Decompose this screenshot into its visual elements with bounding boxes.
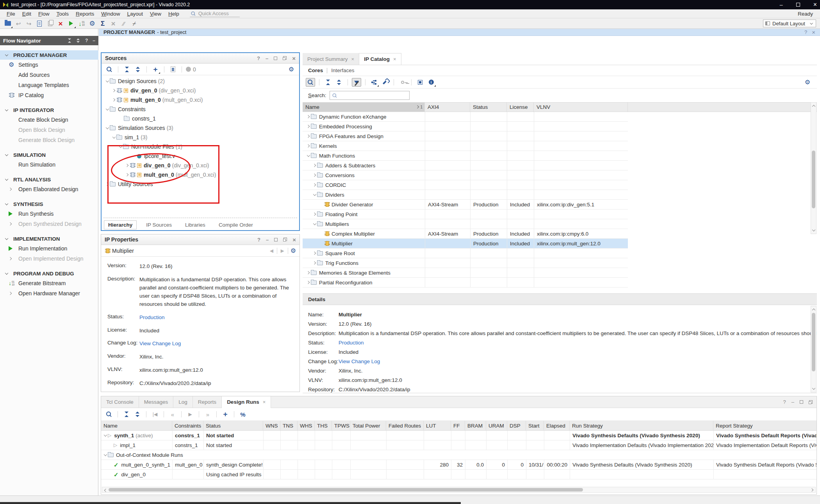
source-tree-row-constrs-1[interactable]: constrs_1 [102,114,299,123]
column-header-vlnv[interactable]: VLNV [534,103,628,112]
column-header-whs[interactable]: WHS [298,421,315,430]
source-tree-row-simulation-sources[interactable]: Simulation Sources (3) [102,123,299,133]
catalog-row-cordic[interactable]: CORDIC [303,180,628,190]
menu-help[interactable]: Help [165,10,183,18]
catalog-row-floating-point[interactable]: Floating Point [303,209,628,219]
menu-edit[interactable]: Edit [19,10,35,18]
menu-file[interactable]: File [3,10,19,18]
window-close-button[interactable]: × [813,1,817,8]
catalog-row-conversions[interactable]: Conversions [303,170,628,180]
catalog-row-divider-generator[interactable]: Divider GeneratorAXI4-StreamProductionIn… [303,200,628,209]
tab-ip-catalog[interactable]: IP Catalog× [359,53,401,65]
column-header-axi4[interactable]: AXI4 [425,103,470,112]
flownav-item-open-synthesized-design[interactable]: Open Synthesized Design [0,219,98,229]
chevron-right-icon[interactable] [416,105,420,109]
tab-design-runs[interactable]: Design Runs× [222,396,271,408]
source-tree-row-design-sources[interactable]: Design Sources (2) [102,76,299,86]
catalog-row-complex-multiplier[interactable]: Complex MultiplierAXI4-StreamProductionI… [303,229,628,239]
menu-view[interactable]: View [146,10,165,18]
catalog-row-math-functions[interactable]: Math Functions [303,151,628,161]
column-header-uram[interactable]: URAM [486,421,507,430]
design-run-row-out-of-context-module-runs[interactable]: Out-of-Context Module Runs [101,450,816,460]
menu-layout[interactable]: Layout [123,10,146,18]
close-icon[interactable]: × [351,56,355,62]
close-icon[interactable]: × [812,29,815,35]
flownav-section-implementation[interactable]: IMPLEMENTATION [0,234,98,243]
back-icon[interactable]: ◄ [269,247,275,254]
chevron-right-icon[interactable] [125,163,130,168]
chevron-right-icon[interactable] [313,163,317,168]
chevron-right-icon[interactable] [307,115,311,119]
tab-log[interactable]: Log [173,396,193,408]
catalog-row-kernels[interactable]: Kernels [303,141,628,151]
expand-all-button[interactable] [334,78,344,87]
ip-properties-titlebar[interactable]: IP Properties ? – × [101,234,299,245]
maximize-panel-icon[interactable] [800,400,803,404]
chevron-down-icon[interactable] [313,193,317,197]
column-header-tns[interactable]: TNS [280,421,298,430]
column-header-start[interactable]: Start [526,421,544,430]
missing-sources-button[interactable] [168,65,178,74]
chevron-down-icon[interactable] [5,272,9,276]
create-run-button[interactable]: + [221,410,230,419]
link-button[interactable]: ⁄⁄ [119,19,128,28]
column-header-tpws[interactable]: TPWS [332,421,350,430]
sources-panel-titlebar[interactable]: Sources ? – × [102,53,299,64]
close-icon[interactable]: × [393,56,396,62]
detail-value[interactable]: View Change Log [339,358,380,364]
column-header-total-power[interactable]: Total Power [350,421,386,430]
scroll-right-icon[interactable] [810,488,815,492]
column-header-wns[interactable]: WNS [263,421,280,430]
column-header-run-strategy[interactable]: Run Strategy [570,421,713,430]
report-utilization-button[interactable]: Σ [98,19,107,28]
source-tree-row-constraints[interactable]: Constraints [102,105,299,114]
expand-all-icon[interactable] [76,38,80,43]
flownav-item-open-implemented-design[interactable]: Open Implemented Design [0,254,98,264]
flownav-item-run-synthesis[interactable]: Run Synthesis [0,209,98,219]
chevron-down-icon[interactable] [5,202,9,206]
add-sources-button[interactable]: + [151,65,160,74]
search-button[interactable] [306,78,315,87]
flownav-item-generate-block-design[interactable]: Generate Block Design [0,135,98,145]
column-header-bram[interactable]: BRAM [465,421,486,430]
tab-reports[interactable]: Reports [193,396,222,408]
flownav-item-language-templates[interactable]: Language Templates [0,80,98,90]
minimize-panel-icon[interactable]: – [266,237,269,242]
design-run-row-synth-1[interactable]: ▷synth_1 (active)constrs_1Not startedViv… [101,431,816,440]
catalog-row-dividers[interactable]: Dividers [303,190,628,200]
flownav-item-run-implementation[interactable]: Run Implementation [0,243,98,254]
catalog-row-trig-functions[interactable]: Trig Functions [303,258,628,268]
column-header-failed-routes[interactable]: Failed Routes [386,421,424,430]
delete-button[interactable]: × [56,19,65,28]
source-tree-row-div-gen-0[interactable]: div_gen_0(div_gen_0.xci) [102,86,299,95]
settings-button[interactable]: ⚙ [87,19,97,28]
chevron-down-icon[interactable] [103,453,108,457]
sources-tab-compile-order[interactable]: Compile Order [215,221,257,229]
help-icon[interactable]: ? [257,56,260,61]
chevron-right-icon[interactable] [307,134,311,138]
flownav-item-open-hardware-manager[interactable]: Open Hardware Manager [0,288,98,298]
help-icon[interactable]: ? [783,399,786,405]
chevron-down-icon[interactable] [112,135,116,140]
layout-selector[interactable]: Default Layout [763,20,816,27]
horizontal-scrollbar[interactable] [102,487,816,493]
unlink-button[interactable]: ⌿ [130,19,139,28]
source-tree-row-mult-gen-0[interactable]: mult_gen_0(mult_gen_0.xci) [102,95,299,105]
vertical-scrollbar[interactable] [811,306,816,392]
flownav-section-ip-integrator[interactable]: IP INTEGRATOR [0,105,98,115]
column-header-constraints[interactable]: Constraints [172,421,203,430]
scroll-down-icon[interactable] [812,387,816,391]
collapse-all-button[interactable] [323,78,333,87]
chevron-right-icon[interactable] [307,144,311,148]
catalog-row-multipliers[interactable]: Multipliers [303,219,628,229]
chevron-down-icon[interactable] [105,126,110,130]
chevron-down-icon[interactable] [307,154,311,158]
chevron-down-icon[interactable] [5,153,9,157]
chevron-down-icon[interactable] [5,237,9,241]
gear-icon[interactable]: ⚙ [291,248,296,254]
catalog-row-memories-storage-elements[interactable]: Memories & Storage Elements [303,268,628,278]
tab-messages[interactable]: Messages [139,396,174,408]
sources-tab-libraries[interactable]: Libraries [181,221,209,229]
chevron-down-icon[interactable] [5,53,9,57]
flownav-section-rtl-analysis[interactable]: RTL ANALYSIS [0,175,98,184]
